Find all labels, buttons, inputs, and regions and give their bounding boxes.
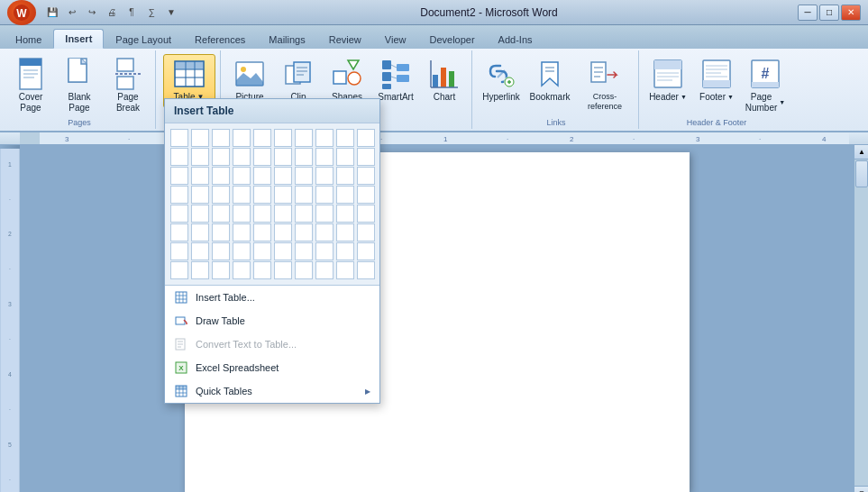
grid-cell[interactable]	[295, 223, 313, 241]
cover-page-button[interactable]: CoverPage	[7, 54, 54, 116]
tab-references[interactable]: References	[183, 29, 257, 49]
grid-cell[interactable]	[274, 167, 292, 185]
grid-cell[interactable]	[357, 223, 375, 241]
grid-cell[interactable]	[191, 205, 209, 223]
tab-developer[interactable]: Developer	[417, 29, 486, 49]
grid-cell[interactable]	[253, 205, 271, 223]
grid-cell[interactable]	[295, 261, 313, 279]
tab-view[interactable]: View	[373, 29, 418, 49]
grid-cell[interactable]	[212, 223, 230, 241]
grid-cell[interactable]	[212, 205, 230, 223]
grid-cell[interactable]	[315, 129, 333, 147]
grid-cell[interactable]	[295, 167, 313, 185]
grid-cell[interactable]	[212, 242, 230, 260]
grid-cell[interactable]	[295, 148, 313, 166]
grid-cell[interactable]	[170, 242, 188, 260]
grid-cell[interactable]	[315, 167, 333, 185]
minimize-button[interactable]: ─	[798, 5, 818, 21]
grid-cell[interactable]	[191, 148, 209, 166]
scroll-up-button[interactable]: ▲	[854, 145, 868, 159]
grid-cell[interactable]	[336, 148, 354, 166]
footer-button[interactable]: Footer ▼	[693, 54, 740, 108]
hyperlink-button[interactable]: Hyperlink	[478, 54, 525, 108]
grid-cell[interactable]	[212, 167, 230, 185]
chart-button[interactable]: Chart	[421, 54, 468, 108]
grid-cell[interactable]	[191, 129, 209, 147]
header-button[interactable]: Header ▼	[644, 54, 691, 108]
grid-cell[interactable]	[253, 129, 271, 147]
grid-cell[interactable]	[170, 223, 188, 241]
grid-cell[interactable]	[170, 205, 188, 223]
grid-cell[interactable]	[315, 186, 333, 204]
redo-qa-button[interactable]: ↪	[83, 5, 101, 21]
tab-review[interactable]: Review	[317, 29, 373, 49]
grid-cell[interactable]	[274, 129, 292, 147]
grid-cell[interactable]	[295, 242, 313, 260]
grid-cell[interactable]	[170, 167, 188, 185]
grid-cell[interactable]	[336, 186, 354, 204]
blank-page-button[interactable]: BlankPage	[56, 54, 103, 116]
print-qa-button[interactable]: 🖨	[103, 5, 121, 21]
tab-mailings[interactable]: Mailings	[257, 29, 316, 49]
grid-cell[interactable]	[233, 242, 251, 260]
vertical-scrollbar[interactable]: ▲ ▼	[854, 145, 868, 492]
office-button[interactable]: W	[7, 0, 36, 25]
tab-page-layout[interactable]: Page Layout	[104, 29, 183, 49]
grid-cell[interactable]	[336, 167, 354, 185]
close-button[interactable]: ✕	[841, 5, 861, 21]
grid-cell[interactable]	[274, 205, 292, 223]
grid-cell[interactable]	[212, 261, 230, 279]
quick-tables-menu-item[interactable]: Quick Tables ▶	[165, 379, 379, 403]
page-number-button[interactable]: # PageNumber ▼	[742, 54, 789, 116]
scroll-thumb[interactable]	[855, 160, 868, 187]
grid-cell[interactable]	[191, 186, 209, 204]
grid-cell[interactable]	[170, 129, 188, 147]
grid-cell[interactable]	[253, 242, 271, 260]
tab-insert[interactable]: Insert	[53, 29, 104, 49]
grid-cell[interactable]	[253, 261, 271, 279]
grid-cell[interactable]	[233, 186, 251, 204]
grid-cell[interactable]	[357, 205, 375, 223]
grid-cell[interactable]	[274, 261, 292, 279]
grid-cell[interactable]	[274, 242, 292, 260]
grid-cell[interactable]	[212, 129, 230, 147]
grid-cell[interactable]	[212, 148, 230, 166]
scroll-down-button[interactable]: ▼	[854, 486, 868, 492]
grid-cell[interactable]	[191, 261, 209, 279]
save-qa-button[interactable]: 💾	[43, 5, 61, 21]
grid-cell[interactable]	[233, 223, 251, 241]
grid-cell[interactable]	[336, 205, 354, 223]
grid-cell[interactable]	[295, 186, 313, 204]
grid-cell[interactable]	[357, 261, 375, 279]
qa-dropdown-button[interactable]: ▼	[162, 5, 180, 21]
grid-cell[interactable]	[170, 261, 188, 279]
draw-table-menu-item[interactable]: Draw Table	[165, 309, 379, 333]
grid-cell[interactable]	[357, 242, 375, 260]
grid-cell[interactable]	[274, 148, 292, 166]
grid-cell[interactable]	[295, 129, 313, 147]
grid-cell[interactable]	[315, 223, 333, 241]
grid-cell[interactable]	[253, 167, 271, 185]
grid-cell[interactable]	[191, 223, 209, 241]
undo-qa-button[interactable]: ↩	[63, 5, 81, 21]
grid-cell[interactable]	[315, 242, 333, 260]
grid-cell[interactable]	[357, 148, 375, 166]
grid-cell[interactable]	[357, 186, 375, 204]
grid-cell[interactable]	[191, 242, 209, 260]
grid-cell[interactable]	[274, 186, 292, 204]
tab-add-ins[interactable]: Add-Ins	[487, 29, 544, 49]
grid-cell[interactable]	[233, 261, 251, 279]
tab-home[interactable]: Home	[4, 29, 53, 49]
grid-cell[interactable]	[315, 261, 333, 279]
sum-qa-button[interactable]: ∑	[142, 5, 160, 21]
grid-cell[interactable]	[233, 148, 251, 166]
grid-cell[interactable]	[170, 148, 188, 166]
grid-cell[interactable]	[336, 223, 354, 241]
grid-cell[interactable]	[253, 186, 271, 204]
grid-cell[interactable]	[170, 186, 188, 204]
grid-cell[interactable]	[357, 167, 375, 185]
insert-table-menu-item[interactable]: Insert Table...	[165, 286, 379, 309]
maximize-button[interactable]: □	[819, 5, 839, 21]
grid-cell[interactable]	[191, 167, 209, 185]
grid-cell[interactable]	[315, 148, 333, 166]
